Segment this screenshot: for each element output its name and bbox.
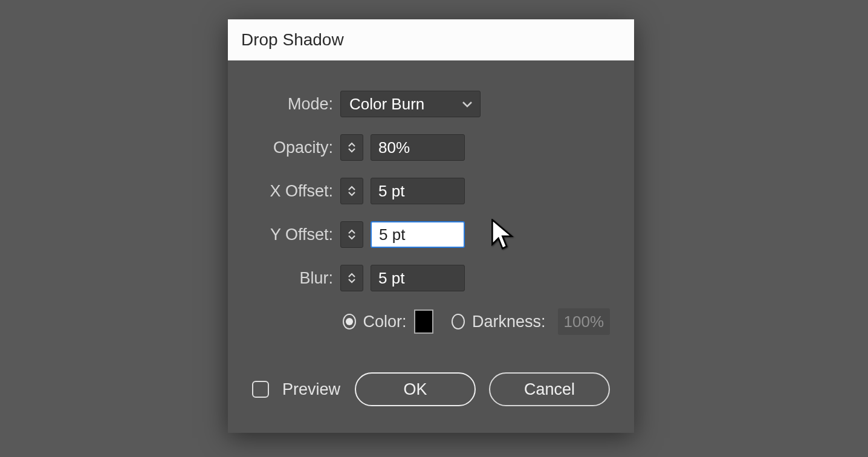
blur-stepper[interactable] [340, 265, 363, 291]
xoffset-field[interactable]: 5 pt [371, 178, 465, 204]
xoffset-row: X Offset: 5 pt [252, 178, 610, 204]
opacity-field[interactable]: 80% [371, 134, 465, 161]
yoffset-row: Y Offset: 5 pt [252, 221, 610, 248]
stepper-up-icon [348, 273, 356, 278]
darkness-radio-label: Darkness: [472, 313, 546, 331]
stepper-down-icon [348, 235, 356, 240]
yoffset-label: Y Offset: [252, 225, 333, 244]
blur-label: Blur: [252, 269, 333, 288]
stepper-up-icon [348, 142, 356, 147]
opacity-row: Opacity: 80% [252, 134, 610, 161]
dialog-footer: Preview OK Cancel [252, 372, 610, 406]
blur-row: Blur: 5 pt [252, 265, 610, 291]
dialog-body: Mode: Color Burn Opacity: 80% X Offset: … [228, 60, 634, 433]
stepper-down-icon [348, 147, 356, 153]
mode-dropdown[interactable]: Color Burn [340, 91, 481, 117]
color-radio-label: Color: [363, 313, 407, 331]
color-swatch[interactable] [414, 310, 434, 334]
yoffset-stepper[interactable] [340, 221, 363, 248]
mode-value: Color Burn [349, 95, 424, 114]
stepper-up-icon [348, 229, 356, 235]
preview-checkbox[interactable] [252, 381, 269, 398]
stepper-up-icon [348, 186, 356, 191]
stepper-down-icon [348, 278, 356, 284]
mode-row: Mode: Color Burn [252, 91, 610, 117]
mode-label: Mode: [252, 95, 333, 114]
opacity-label: Opacity: [252, 138, 333, 157]
drop-shadow-dialog: Drop Shadow Mode: Color Burn Opacity: 80… [228, 19, 634, 433]
darkness-field[interactable]: 100% [558, 308, 611, 335]
preview-label: Preview [282, 380, 340, 399]
yoffset-field[interactable]: 5 pt [371, 221, 465, 248]
stepper-down-icon [348, 191, 356, 196]
xoffset-stepper[interactable] [340, 178, 363, 204]
color-darkness-group: Color: Darkness: 100% [343, 308, 610, 335]
darkness-radio[interactable] [452, 314, 465, 329]
opacity-stepper[interactable] [340, 134, 363, 161]
dialog-title: Drop Shadow [228, 19, 634, 60]
color-radio[interactable] [343, 314, 356, 329]
cancel-button[interactable]: Cancel [489, 372, 610, 406]
blur-field[interactable]: 5 pt [371, 265, 465, 291]
chevron-down-icon [462, 100, 473, 108]
xoffset-label: X Offset: [252, 182, 333, 201]
ok-button[interactable]: OK [355, 372, 476, 406]
